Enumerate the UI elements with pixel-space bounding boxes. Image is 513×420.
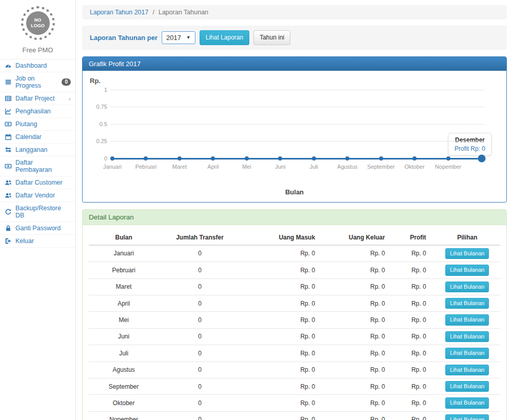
filter-bar: Laporan Tahunan per 2017 ▼ Lihat Laporan… [82, 26, 507, 50]
chart-point-nopember[interactable] [446, 156, 450, 161]
sidebar-item-daftar-project[interactable]: Daftar Project‹ [0, 92, 75, 105]
chart-point-pebruari[interactable] [144, 156, 148, 161]
tahun-ini-button[interactable]: Tahun ini [253, 30, 290, 45]
x-tick-label: Oktober [405, 164, 425, 170]
sidebar-item-keluar[interactable]: Keluar [0, 235, 75, 248]
chart-point-desember[interactable] [478, 154, 486, 162]
tasks-icon [5, 78, 12, 86]
lihat-bulanan-button-maret[interactable]: Lihat Bulanan [445, 282, 489, 292]
chart-panel-title: Grafik Profit 2017 [83, 57, 506, 71]
detail-panel-body: BulanJumlah TransferUang MasukUang Kelua… [83, 225, 506, 420]
lihat-bulanan-button-april[interactable]: Lihat Bulanan [445, 298, 489, 309]
column-header-bulan: Bulan [89, 230, 159, 245]
gridline [110, 141, 485, 142]
chart-point-januari[interactable] [110, 156, 114, 161]
lihat-bulanan-button-agustus[interactable]: Lihat Bulanan [445, 365, 489, 375]
cell-uang_masuk: Rp. 0 [241, 411, 323, 420]
lihat-bulanan-button-pebruari[interactable]: Lihat Bulanan [445, 265, 489, 275]
cell-bulan: Pebruari [89, 262, 159, 278]
chart-point-september[interactable] [379, 156, 383, 161]
sidebar-item-backup-restore-db[interactable]: Backup/Restore DB [0, 202, 75, 222]
lihat-bulanan-button-september[interactable]: Lihat Bulanan [445, 381, 489, 392]
lihat-bulanan-button-oktober[interactable]: Lihat Bulanan [445, 397, 489, 408]
chart-point-april[interactable] [211, 156, 215, 161]
sidebar-item-langganan[interactable]: Langganan [0, 144, 75, 156]
cell-jumlah_transfer: 0 [159, 295, 241, 311]
users-icon [5, 179, 12, 186]
chart-point-juli[interactable] [312, 156, 316, 161]
cell-uang_keluar: Rp. 0 [323, 278, 393, 295]
sidebar-item-piutang[interactable]: Piutang [0, 118, 75, 131]
detail-panel: Detail Laporan BulanJumlah TransferUang … [82, 209, 507, 420]
cell-uang_masuk: Rp. 0 [241, 362, 323, 378]
sidebar-menu: DashboardJob on Progress0Daftar Project‹… [0, 59, 75, 248]
lihat-bulanan-button-juli[interactable]: Lihat Bulanan [445, 348, 489, 358]
report-table: BulanJumlah TransferUang MasukUang Kelua… [89, 230, 500, 420]
cell-profit: Rp. 0 [393, 378, 434, 394]
sidebar-item-label: Job on Progress [15, 75, 58, 89]
sidebar-item-label: Daftar Customer [15, 179, 63, 186]
x-tick-label: April [207, 164, 219, 170]
chart-point-agustus[interactable] [345, 156, 349, 161]
y-tick-label: 0 [89, 155, 107, 162]
column-header-profit: Profit [393, 230, 434, 245]
cell-bulan: April [89, 295, 159, 311]
chart-point-mei[interactable] [245, 156, 249, 161]
cell-uang_masuk: Rp. 0 [241, 262, 323, 278]
x-tick-label: Mei [242, 164, 251, 170]
cell-profit: Rp. 0 [393, 262, 434, 278]
cell-pilihan: Lihat Bulanan [435, 328, 500, 345]
logo-ring: NO LOGO [21, 6, 55, 40]
chart-point-juni[interactable] [278, 156, 282, 161]
breadcrumb-link[interactable]: Laporan Tahun 2017 [90, 9, 148, 16]
cell-pilihan: Lihat Bulanan [435, 295, 500, 311]
sidebar-item-job-on-progress[interactable]: Job on Progress0 [0, 72, 75, 92]
sidebar-item-calendar[interactable]: Calendar [0, 131, 75, 144]
sidebar-item-daftar-pembayaran[interactable]: Daftar Pembayaran [0, 156, 75, 176]
sidebar-item-daftar-customer[interactable]: Daftar Customer [0, 176, 75, 189]
filter-label: Laporan Tahunan per [90, 34, 157, 42]
chart-tooltip: Desember Profit Rp: 0 [448, 133, 492, 156]
x-tick-label: Juni [275, 164, 285, 170]
sidebar-item-daftar-vendor[interactable]: Daftar Vendor [0, 189, 75, 202]
lihat-bulanan-button-januari[interactable]: Lihat Bulanan [445, 248, 489, 259]
tooltip-month: Desember [455, 136, 485, 144]
table-row: Agustus0Rp. 0Rp. 0Rp. 0Lihat Bulanan [89, 362, 500, 378]
sign-out-icon [5, 237, 12, 245]
cell-pilihan: Lihat Bulanan [435, 362, 500, 378]
lihat-bulanan-button-mei[interactable]: Lihat Bulanan [445, 314, 489, 325]
sidebar-item-label: Daftar Pembayaran [15, 159, 71, 173]
cell-uang_keluar: Rp. 0 [323, 378, 393, 394]
column-header-pilihan: Pilihan [435, 230, 500, 245]
sidebar-item-ganti-password[interactable]: Ganti Password [0, 222, 75, 235]
cell-pilihan: Lihat Bulanan [435, 278, 500, 295]
sidebar-item-dashboard[interactable]: Dashboard [0, 59, 75, 72]
cell-bulan: Mei [89, 312, 159, 328]
year-select[interactable]: 2017 ▼ [162, 31, 195, 44]
chart-point-maret[interactable] [177, 156, 182, 161]
column-header-uang-masuk: Uang Masuk [241, 230, 323, 245]
cell-uang_keluar: Rp. 0 [323, 362, 393, 378]
sidebar-item-label: Dashboard [15, 62, 47, 69]
chart-panel: Grafik Profit 2017 Rp. Desember Profit R… [82, 56, 507, 203]
cell-uang_keluar: Rp. 0 [323, 312, 393, 328]
cell-uang_masuk: Rp. 0 [241, 295, 323, 311]
lihat-bulanan-button-nopember[interactable]: Lihat Bulanan [445, 414, 489, 420]
gridline [110, 124, 485, 125]
cell-jumlah_transfer: 0 [159, 411, 241, 420]
app-name: Free PMO [0, 44, 75, 59]
cell-jumlah_transfer: 0 [159, 262, 241, 278]
chevron-down-icon: ▼ [186, 35, 191, 40]
table-row: Nopember0Rp. 0Rp. 0Rp. 0Lihat Bulanan [89, 411, 500, 420]
cell-jumlah_transfer: 0 [159, 245, 241, 262]
cell-uang_masuk: Rp. 0 [241, 378, 323, 394]
lihat-laporan-button[interactable]: Lihat Laporan [200, 30, 249, 45]
chart-point-oktober[interactable] [412, 156, 417, 161]
sidebar-item-label: Keluar [15, 237, 34, 245]
x-tick-label: Maret [172, 164, 187, 170]
y-tick-label: 0.5 [89, 121, 107, 127]
sidebar-item-penghasilan[interactable]: Penghasilan [0, 105, 75, 118]
gridline [110, 90, 485, 90]
tooltip-value: Profit Rp: 0 [455, 145, 485, 152]
lihat-bulanan-button-juni[interactable]: Lihat Bulanan [445, 331, 489, 342]
